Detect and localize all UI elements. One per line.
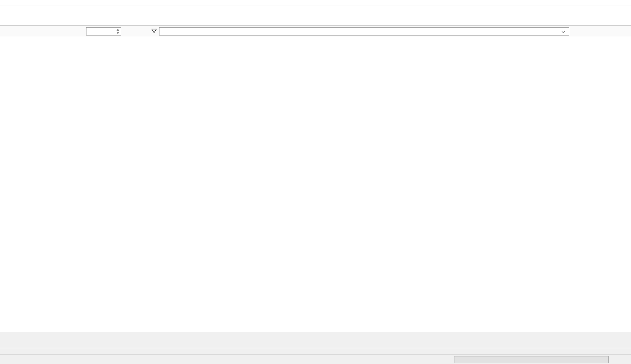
spinner-down-icon	[116, 32, 119, 34]
marks-axis-row	[0, 332, 631, 340]
mark-dropdown-icon[interactable]	[151, 28, 157, 35]
acquisition-controls-row	[0, 26, 631, 36]
mark-text-input[interactable]	[159, 27, 569, 36]
menu-bar	[0, 0, 631, 6]
time-axis-row	[0, 340, 631, 348]
labscribe-window	[0, 0, 631, 364]
spinner-up-icon	[116, 29, 119, 31]
main-toolbar	[0, 6, 631, 26]
horizontal-scroll-row	[0, 348, 631, 354]
progress-indicator	[454, 356, 609, 363]
status-bar	[0, 354, 631, 364]
display-time-stepper[interactable]	[115, 28, 121, 35]
